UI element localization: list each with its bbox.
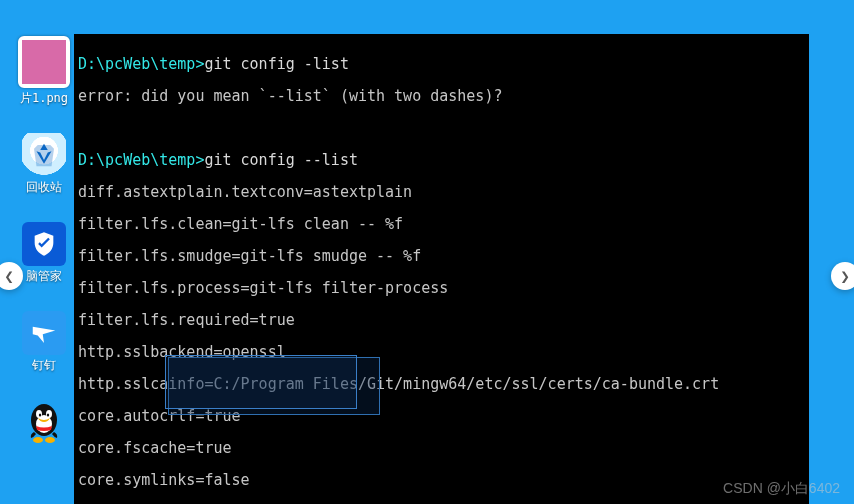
chevron-right-icon: ❯ — [840, 267, 850, 286]
desktop-icon-label: 脑管家 — [18, 268, 70, 285]
prompt-text: D:\pcWeb\temp> — [78, 55, 204, 73]
svg-point-6 — [33, 437, 43, 443]
terminal-line: D:\pcWeb\temp>git config --list — [78, 152, 809, 168]
command-text: git config -list — [204, 55, 349, 73]
terminal-output-line: core.fscache=true — [78, 440, 809, 456]
svg-point-4 — [39, 413, 41, 416]
svg-point-3 — [46, 410, 52, 418]
svg-point-5 — [47, 413, 49, 416]
desktop-icon-image-file[interactable]: 片1.png — [18, 36, 70, 107]
recycle-bin-icon — [22, 133, 66, 177]
desktop-icon-label: 片1.png — [18, 90, 70, 107]
terminal-window[interactable]: D:\pcWeb\temp>git config -list error: di… — [74, 34, 809, 504]
terminal-blank-line — [78, 120, 809, 136]
redaction-overlay-inner — [165, 355, 357, 409]
desktop-background: 片1.png 回收站 脑管家 钉钉 D:\pcWeb\temp — [0, 0, 854, 504]
terminal-output-line: filter.lfs.smudge=git-lfs smudge -- %f — [78, 248, 809, 264]
qq-penguin-icon — [22, 400, 66, 444]
terminal-line: D:\pcWeb\temp>git config -list — [78, 56, 809, 72]
svg-point-7 — [45, 437, 55, 443]
terminal-output-line: filter.lfs.clean=git-lfs clean -- %f — [78, 216, 809, 232]
image-thumbnail-icon — [18, 36, 70, 88]
desktop-icon-dingtalk[interactable]: 钉钉 — [18, 311, 70, 374]
terminal-output-line: diff.astextplain.textconv=astextplain — [78, 184, 809, 200]
terminal-line: error: did you mean `--list` (with two d… — [78, 88, 809, 104]
chevron-left-icon: ❮ — [4, 267, 14, 286]
desktop-icon-recycle-bin[interactable]: 回收站 — [18, 133, 70, 196]
terminal-output-line: core.symlinks=false — [78, 472, 809, 488]
next-image-button[interactable]: ❯ — [831, 262, 854, 290]
watermark-text: CSDN @小白6402 — [723, 480, 840, 498]
dingtalk-icon — [22, 311, 66, 355]
desktop-icon-qq[interactable] — [18, 400, 70, 444]
desktop-icon-label: 回收站 — [18, 179, 70, 196]
svg-point-2 — [36, 410, 42, 418]
shield-icon — [22, 222, 66, 266]
terminal-output-line: filter.lfs.process=git-lfs filter-proces… — [78, 280, 809, 296]
desktop-icon-label: 钉钉 — [18, 357, 70, 374]
command-text: git config --list — [204, 151, 358, 169]
desktop-icon-pc-manager[interactable]: 脑管家 — [18, 222, 70, 285]
prompt-text: D:\pcWeb\temp> — [78, 151, 204, 169]
terminal-output-line: filter.lfs.required=true — [78, 312, 809, 328]
desktop-icons-column: 片1.png 回收站 脑管家 钉钉 — [18, 36, 70, 470]
